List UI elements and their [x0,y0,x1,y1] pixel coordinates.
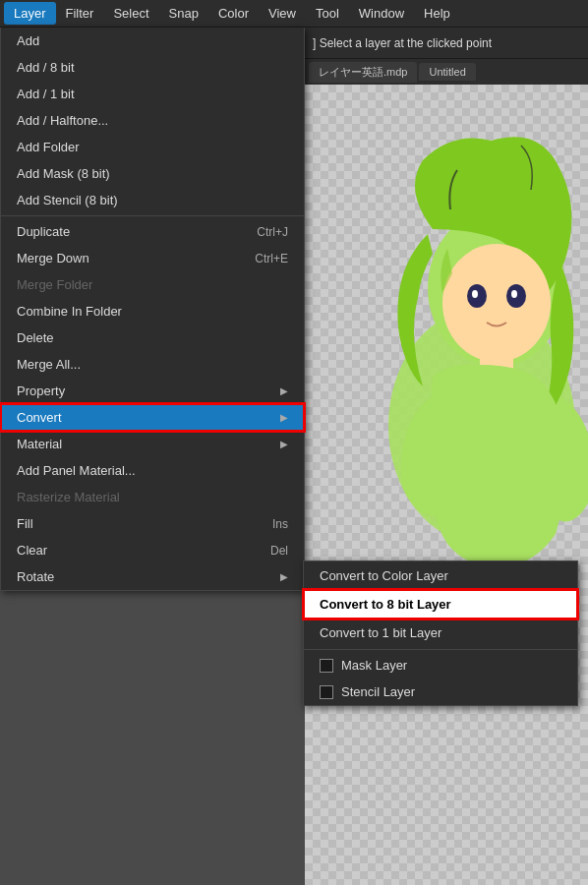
menu-item-merge-down[interactable]: Merge Down Ctrl+E [1,245,304,271]
separator-1 [1,215,304,216]
submenu-mask-layer[interactable]: Mask Layer [304,652,577,678]
svg-point-4 [472,290,478,298]
menu-item-fill[interactable]: Fill Ins [1,510,304,537]
material-arrow-icon: ▶ [280,439,288,449]
menu-item-add-halftone[interactable]: Add / Halftone... [1,107,304,134]
menu-item-combine-in-folder[interactable]: Combine In Folder [1,298,304,324]
menu-help[interactable]: Help [414,2,460,25]
menu-item-merge-all[interactable]: Merge All... [1,351,304,378]
convert-arrow-icon: ▶ [280,412,288,423]
menu-layer[interactable]: Layer [4,2,56,25]
rotate-arrow-icon: ▶ [280,571,288,582]
mask-layer-checkbox[interactable] [320,659,333,673]
submenu-convert-8bit[interactable]: Convert to 8 bit Layer [304,590,577,619]
stencil-layer-checkbox[interactable] [320,685,333,699]
canvas-art [305,104,588,885]
menu-item-add[interactable]: Add [1,28,304,54]
menu-item-clear[interactable]: Clear Del [1,537,304,563]
menu-color[interactable]: Color [208,2,259,25]
menu-select[interactable]: Select [103,2,158,25]
submenu-convert-color[interactable]: Convert to Color Layer [304,561,577,590]
menu-item-merge-folder: Merge Folder [1,271,304,298]
submenu-stencil-layer[interactable]: Stencil Layer [304,678,577,705]
menu-item-add-mask[interactable]: Add Mask (8 bit) [1,160,304,187]
svg-point-2 [442,244,551,362]
menu-item-add-stencil[interactable]: Add Stencil (8 bit) [1,187,304,213]
menubar: Layer Filter Select Snap Color View Tool… [0,0,588,28]
menu-item-add-folder[interactable]: Add Folder [1,134,304,160]
status-text: ] Select a layer at the clicked point [313,36,492,50]
menu-tool[interactable]: Tool [306,2,349,25]
tab-layer-english[interactable]: レイヤー英語.mdp [309,62,417,83]
submenu-separator [304,649,577,650]
menu-item-delete[interactable]: Delete [1,324,304,351]
menu-item-material[interactable]: Material ▶ [1,431,304,457]
menu-filter[interactable]: Filter [56,2,104,25]
menu-snap[interactable]: Snap [159,2,208,25]
tab-untitled[interactable]: Untitled [419,63,475,81]
menu-item-duplicate[interactable]: Duplicate Ctrl+J [1,218,304,245]
menu-item-add-panel-material[interactable]: Add Panel Material... [1,457,304,484]
convert-submenu: Convert to Color Layer Convert to 8 bit … [303,560,578,706]
property-arrow-icon: ▶ [280,385,288,396]
menu-item-add-8bit[interactable]: Add / 8 bit [1,54,304,81]
submenu-convert-1bit[interactable]: Convert to 1 bit Layer [304,619,577,647]
tab-bar: レイヤー英語.mdp Untitled [305,59,588,85]
menu-window[interactable]: Window [349,2,414,25]
menu-item-rasterize: Rasterize Material [1,484,304,510]
svg-point-6 [511,290,517,298]
menu-item-property[interactable]: Property ▶ [1,378,304,404]
menu-item-convert[interactable]: Convert ▶ [1,404,304,431]
menu-item-add-1bit[interactable]: Add / 1 bit [1,81,304,107]
artwork-svg [305,111,588,878]
layer-dropdown-menu: Add Add / 8 bit Add / 1 bit Add / Halfto… [0,28,305,591]
menu-item-rotate[interactable]: Rotate ▶ [1,563,304,590]
menu-view[interactable]: View [259,2,306,25]
canvas-area [305,85,588,885]
